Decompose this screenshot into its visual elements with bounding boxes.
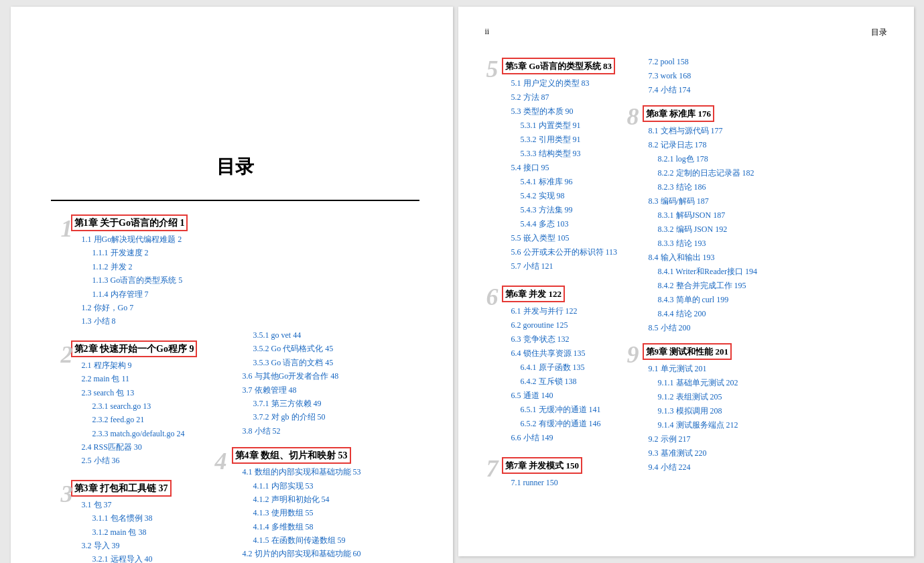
chapter-1-sections: 1.1 用Go解决现代编程难题 2 1.1.1 开发速度 2 1.1.2 并发 …: [71, 233, 225, 328]
chapter-4-box: 第4章 数组、切片和映射 53: [232, 447, 351, 464]
toc-divider: [51, 200, 419, 201]
chapter-2-num: 2: [61, 340, 73, 369]
page-header: ii 目录: [485, 27, 887, 42]
section-1-2: 1.2 你好，Go 7: [82, 301, 225, 314]
left-page: 目录 1 第1章 关于Go语言的介绍 1 1.1 用Go解决现代编程难题 2 1…: [11, 7, 453, 563]
right-page: ii 目录 5 第5章 Go语言的类型系统 83 5.1 用户定义的类型 83 …: [458, 7, 914, 556]
chapter-7-num: 7: [486, 454, 499, 483]
chapter-5-num: 5: [486, 55, 499, 83]
chapter-8-label: 第8章 标准库 176: [646, 109, 712, 119]
chapter-9-label: 第9章 测试和性能 201: [646, 347, 729, 357]
chapter-9-block: 9 第9章 测试和性能 201: [639, 340, 783, 362]
page-chapter: 目录: [871, 27, 887, 38]
section-1-1-1: 1.1.1 开发速度 2: [92, 246, 225, 259]
chapter-3-block: 3 第3章 打包和工具链 37 3.1 包 37 3.1.1 包名惯例 38 3…: [51, 480, 225, 563]
chapter-9-num: 9: [627, 340, 639, 369]
right-col-content: 7.2 pool 158 7.3 work 168 7.4 小结 174 8 第…: [636, 55, 783, 499]
chapter-6-box: 第6章 并发 122: [502, 286, 566, 302]
chapter-9-box: 第9章 测试和性能 201: [643, 343, 732, 360]
chapter-6-block: 6 第6章 并发 122 6.1 并发与并行 122 6.2 goroutine…: [499, 283, 626, 445]
ch3-cont: 3.5.1 go vet 44 3.5.2 Go 代码格式化 45 3.5.3 …: [232, 328, 413, 438]
chapter-4-label: 第4章 数组、切片和映射 53: [235, 450, 348, 460]
chapter-4-block: 4 第4章 数组、切片和映射 53 4.1 数组的内部实现和基础功能 53 4.…: [232, 447, 413, 563]
section-1-3: 1.3 小结 8: [82, 314, 225, 328]
chapter-1-label: 第1章 关于Go语言的介绍 1: [74, 218, 185, 228]
section-1-1-3: 1.1.3 Go语言的类型系统 5: [92, 273, 225, 287]
chapter-2-box: 第2章 快速开始一个Go程序 9: [71, 340, 198, 357]
chapter-1-num: 1: [61, 214, 73, 243]
chapter-8-num: 8: [627, 103, 639, 131]
section-1-1: 1.1 用Go解决现代编程难题 2: [82, 233, 225, 246]
chapter-7-block: 7 第7章 并发模式 150 7.1 runner 150: [499, 454, 626, 490]
chapter-2-block: 2 第2章 快速开始一个Go程序 9 2.1 程序架构 9 2.2 main 包…: [51, 340, 225, 468]
chapter-3-sections: 3.1 包 37 3.1.1 包名惯例 38 3.1.2 main 包 38 3…: [71, 498, 225, 563]
chapter-7-box: 第7章 并发模式 150: [502, 457, 583, 474]
chapter-2-sections: 2.1 程序架构 9 2.2 main 包 11 2.3 search 包 13…: [71, 359, 225, 468]
chapter-1-box: 第1章 关于Go语言的介绍 1: [71, 214, 188, 231]
chapter-5-label: 第5章 Go语言的类型系统 83: [505, 61, 612, 71]
chapter-3-label: 第3章 打包和工具链 37: [74, 483, 168, 493]
chapter-6-num: 6: [486, 283, 499, 311]
chapter-2-label: 第2章 快速开始一个Go程序 9: [74, 344, 194, 354]
section-1-1-4: 1.1.4 内存管理 7: [92, 288, 225, 301]
chapter-5-box: 第5章 Go语言的类型系统 83: [502, 58, 616, 74]
chapter-3-box: 第3章 打包和工具链 37: [71, 480, 172, 497]
chapter-1-block: 1 第1章 关于Go语言的介绍 1 1.1 用Go解决现代编程难题 2 1.1.…: [51, 214, 225, 328]
chapter-8-box: 第8章 标准库 176: [643, 105, 715, 122]
chapter-5-block: 5 第5章 Go语言的类型系统 83 5.1 用户定义的类型 83 5.2 方法…: [499, 55, 626, 273]
chapter-7-label: 第7章 并发模式 150: [505, 460, 580, 471]
toc-title: 目录: [51, 154, 419, 180]
page-num: ii: [485, 27, 490, 38]
chapter-4-num: 4: [215, 447, 227, 475]
chapter-3-num: 3: [61, 480, 73, 508]
chapter-6-label: 第6章 并发 122: [505, 289, 562, 299]
chapter-8-block: 8 第8章 标准库 176: [639, 103, 783, 124]
chapter-4-sections: 4.1 数组的内部实现和基础功能 53 4.1.1 内部实现 53 4.1.2 …: [232, 465, 413, 563]
section-1-1-2: 1.1.2 并发 2: [92, 260, 225, 273]
